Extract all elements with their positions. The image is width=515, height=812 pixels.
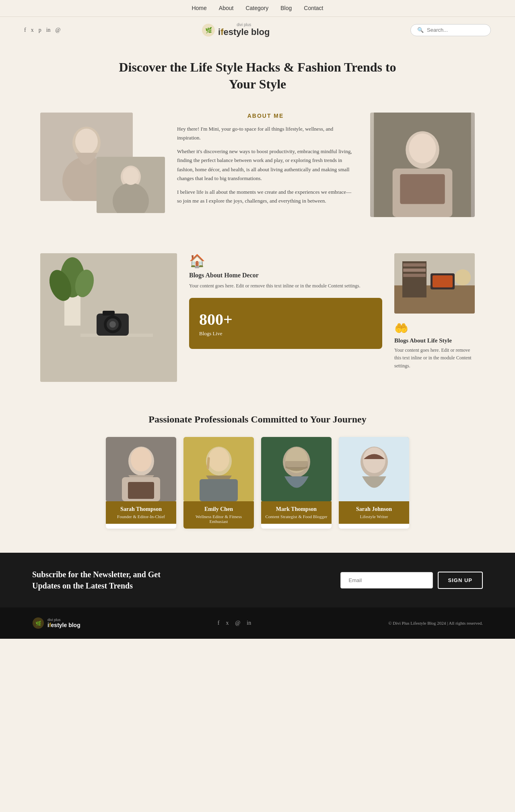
footer-linkedin-icon[interactable]: in: [247, 620, 251, 626]
svg-point-13: [409, 133, 436, 163]
logo-title: ifestyle blog: [218, 27, 270, 37]
person-svg-2: [97, 157, 165, 213]
stat-number: 800+: [199, 310, 372, 329]
team-grid: Sarah ThompsonFounder & Editor-In-Chief …: [24, 437, 491, 529]
newsletter-section: Subscribe for the Newsletter, and Get Up…: [0, 553, 515, 607]
person-svg-3: [370, 113, 475, 217]
main-nav: HomeAboutCategoryBlogContact: [0, 0, 515, 17]
svg-point-9: [123, 167, 139, 185]
svg-rect-15: [400, 174, 445, 204]
nav-item-contact[interactable]: Contact: [304, 5, 323, 11]
nav-item-category[interactable]: Category: [245, 5, 268, 11]
footer-logo: 🌿 divi plus ifestyle blog: [32, 617, 80, 629]
linkedin-icon[interactable]: in: [46, 27, 51, 33]
life-style-title: Blogs About Life Style: [394, 337, 475, 344]
facebook-icon[interactable]: f: [24, 27, 26, 33]
email-input[interactable]: [340, 572, 433, 588]
svg-point-53: [363, 447, 385, 473]
about-para-2: Whether it's discovering new ways to boo…: [177, 147, 354, 182]
bottom-footer: 🌿 divi plus ifestyle blog f x @ in © Div…: [0, 607, 515, 639]
twitter-icon[interactable]: x: [31, 27, 34, 33]
svg-rect-27: [103, 311, 115, 316]
team-card: Sarah JohnsonLifestyle Writer: [339, 437, 409, 529]
team-member-image: [106, 437, 176, 501]
svg-text:🌿: 🌿: [205, 27, 212, 34]
team-member-name: Mark Thompson: [265, 506, 328, 513]
nav-item-about[interactable]: About: [219, 5, 234, 11]
hero-section: Discover the Life Style Hacks & Fashion …: [0, 43, 515, 105]
svg-rect-33: [403, 274, 426, 277]
mid-left-image: [40, 253, 177, 382]
about-image-2: [97, 157, 165, 213]
life-style-block: 🤲 Blogs About Life Style Your content go…: [394, 322, 475, 370]
svg-rect-46: [200, 479, 238, 501]
life-style-text: Your content goes here. Edit or remove t…: [394, 347, 475, 370]
nav-item-blog[interactable]: Blog: [280, 5, 292, 11]
header-social-icons: f x p in @: [24, 27, 60, 33]
footer-logo-icon: 🌿: [32, 617, 44, 629]
footer-logo-title: ifestyle blog: [47, 622, 80, 628]
search-input[interactable]: [427, 27, 484, 33]
site-header: f x p in @ 🌿 divi plus ifestyle blog 🔍: [0, 17, 515, 43]
mid-section: 🏠 Blogs About Home Decor Your content go…: [16, 233, 499, 394]
about-section: ABOUT ME Hey there! I'm Mini, your go-to…: [16, 105, 499, 233]
team-member-name: Emily Chen: [187, 506, 250, 513]
footer-facebook-icon[interactable]: f: [218, 620, 220, 626]
about-para-1: Hey there! I'm Mini, your go-to space fo…: [177, 125, 354, 142]
logo-icon: 🌿: [201, 23, 216, 37]
mid-right-content: 🤲 Blogs About Life Style Your content go…: [394, 253, 475, 370]
stat-box: 800+ Blogs Live: [189, 298, 382, 349]
search-icon: 🔍: [417, 27, 424, 33]
camera-image: [40, 253, 177, 382]
svg-text:🌿: 🌿: [35, 620, 41, 626]
footer-copyright: © Divi Plus Lifestyle Blog 2024 | All ri…: [388, 621, 483, 625]
svg-point-39: [131, 447, 152, 472]
team-card: Mark ThompsonContent Strategist & Food B…: [261, 437, 332, 529]
about-right-image: [370, 113, 475, 217]
logo-prefix: divi plus: [218, 23, 270, 27]
team-member-name: Sarah Thompson: [110, 506, 172, 513]
svg-point-5: [75, 129, 98, 154]
svg-rect-32: [403, 269, 426, 272]
footer-instagram-icon[interactable]: @: [235, 620, 240, 626]
team-member-role: Content Strategist & Food Blogger: [265, 514, 328, 519]
hero-headline: Discover the Life Style Hacks & Fashion …: [117, 59, 398, 92]
team-member-role: Wellness Editor & Fitness Enthusiast: [187, 514, 250, 524]
team-card-info: Emily ChenWellness Editor & Fitness Enth…: [183, 501, 254, 529]
team-section: Passionate Professionals Committed to Yo…: [0, 394, 515, 553]
team-member-image: [183, 437, 254, 501]
svg-rect-31: [403, 263, 426, 267]
home-decor-text: Your content goes here. Edit or remove t…: [189, 282, 382, 290]
footer-social-icons: f x @ in: [218, 620, 251, 626]
nav-item-home[interactable]: Home: [192, 5, 206, 11]
footer-logo-prefix: divi plus: [47, 618, 80, 622]
team-card: Sarah ThompsonFounder & Editor-In-Chief: [106, 437, 176, 529]
about-para-3: I believe life is all about the moments …: [177, 188, 354, 205]
about-label: ABOUT ME: [177, 113, 354, 119]
svg-rect-41: [128, 482, 154, 499]
team-card-info: Mark ThompsonContent Strategist & Food B…: [261, 501, 332, 524]
pinterest-icon[interactable]: p: [39, 27, 41, 33]
team-member-name: Sarah Johnson: [343, 506, 405, 513]
team-card-info: Sarah ThompsonFounder & Editor-In-Chief: [106, 501, 176, 524]
about-left-images: [40, 113, 161, 201]
instagram-icon[interactable]: @: [56, 27, 61, 33]
room-image: [394, 253, 475, 314]
team-member-role: Lifestyle Writer: [343, 514, 405, 519]
stat-label: Blogs Live: [199, 330, 372, 337]
team-section-title: Passionate Professionals Committed to Yo…: [24, 414, 491, 425]
svg-point-44: [208, 447, 229, 472]
team-card-info: Sarah JohnsonLifestyle Writer: [339, 501, 409, 524]
team-card: Emily ChenWellness Editor & Fitness Enth…: [183, 437, 254, 529]
heart-icon: 🤲: [394, 322, 475, 335]
site-logo: 🌿 divi plus ifestyle blog: [201, 23, 270, 37]
svg-rect-30: [402, 261, 426, 297]
footer-twitter-icon[interactable]: x: [226, 620, 229, 626]
room-svg: [394, 253, 475, 314]
home-decor-title: Blogs About Home Decor: [189, 272, 382, 279]
search-bar[interactable]: 🔍: [410, 24, 491, 36]
about-image-3: [370, 113, 475, 217]
signup-button[interactable]: SIGN UP: [438, 572, 483, 589]
newsletter-headline: Subscribe for the Newsletter, and Get Up…: [32, 569, 173, 591]
mid-center-content: 🏠 Blogs About Home Decor Your content go…: [189, 253, 382, 349]
